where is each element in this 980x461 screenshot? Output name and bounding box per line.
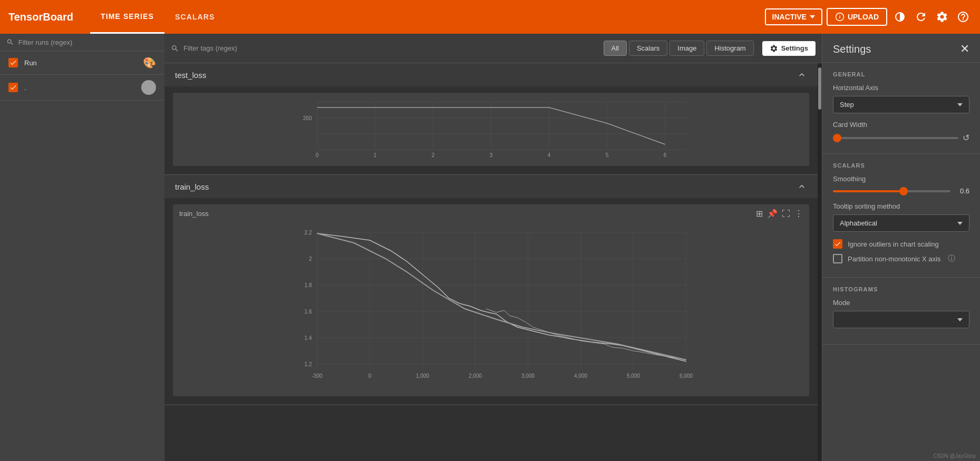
svg-text:1.8: 1.8 bbox=[305, 282, 312, 288]
tooltip-sorting-label: Tooltip sorting method bbox=[833, 202, 969, 210]
filter-histogram-button[interactable]: Histogram bbox=[706, 41, 753, 56]
filter-scalars-button[interactable]: Scalars bbox=[629, 41, 667, 56]
sidebar-search-icon bbox=[6, 38, 14, 46]
chart-fullscreen-icon-button[interactable]: ⛶ bbox=[782, 209, 790, 219]
svg-text:-300: -300 bbox=[312, 373, 322, 379]
svg-text:i: i bbox=[839, 14, 841, 19]
horizontal-axis-select[interactable]: Step Relative Wall bbox=[833, 96, 969, 113]
nav-scalars[interactable]: SCALARS bbox=[164, 0, 226, 34]
content-search-container bbox=[171, 44, 599, 53]
filter-image-button[interactable]: Image bbox=[669, 41, 704, 56]
filter-all-button[interactable]: All bbox=[604, 41, 627, 56]
card-width-label: Card Width bbox=[833, 121, 969, 129]
settings-button[interactable]: Settings bbox=[762, 41, 816, 56]
brightness-icon bbox=[894, 11, 906, 23]
dot-checkbox[interactable] bbox=[8, 83, 18, 92]
help-icon-button[interactable] bbox=[955, 8, 972, 25]
svg-text:5,000: 5,000 bbox=[627, 373, 640, 379]
svg-text:260: 260 bbox=[303, 115, 312, 121]
settings-icon bbox=[770, 44, 778, 53]
palette-icon[interactable]: 🎨 bbox=[143, 56, 156, 69]
svg-text:4: 4 bbox=[548, 152, 551, 158]
sidebar: Run 🎨 . bbox=[0, 34, 164, 461]
settings-header: Settings ✕ bbox=[822, 34, 980, 63]
train-loss-body: train_loss ⊞ 📌 ⛶ ⋮ bbox=[164, 198, 818, 405]
train-loss-svg: 2.2 2 1.8 1.6 1.4 1.2 -300 0 1,000 2,00 bbox=[177, 222, 805, 390]
chart-more-icon-button[interactable]: ⋮ bbox=[794, 209, 803, 219]
run-checkbox[interactable] bbox=[8, 58, 18, 67]
watermark-text: CSDN @JayGboy bbox=[933, 453, 976, 459]
content-area: All Scalars Image Histogram Settings tes… bbox=[164, 34, 822, 461]
partition-x-help-icon: ⓘ bbox=[948, 254, 955, 263]
horizontal-axis-label: Horizontal Axis bbox=[833, 84, 969, 92]
ignore-outliers-row: Ignore outliers in chart scaling bbox=[833, 239, 969, 249]
smoothing-slider-track[interactable] bbox=[833, 190, 950, 192]
ignore-outliers-checkbox[interactable] bbox=[833, 239, 842, 249]
train-loss-chart-title: train_loss bbox=[179, 210, 209, 218]
svg-text:0: 0 bbox=[368, 373, 372, 379]
dot-label: . bbox=[24, 84, 135, 92]
settings-close-button[interactable]: ✕ bbox=[960, 42, 969, 56]
svg-text:6,000: 6,000 bbox=[680, 373, 693, 379]
refresh-icon-button[interactable] bbox=[913, 8, 929, 25]
dot-row: . bbox=[0, 75, 164, 101]
app-logo: TensorBoard bbox=[8, 11, 73, 23]
gear-icon bbox=[936, 11, 948, 23]
chart-toolbar: train_loss ⊞ 📌 ⛶ ⋮ bbox=[177, 209, 805, 219]
train-loss-collapse-icon bbox=[797, 181, 807, 192]
theme-icon-button[interactable] bbox=[891, 8, 908, 25]
sidebar-search-container bbox=[0, 34, 164, 51]
svg-text:2: 2 bbox=[432, 152, 435, 158]
test-loss-chart: 260 0 1 2 3 4 5 6 bbox=[173, 93, 809, 166]
settings-general-section: GENERAL Horizontal Axis Step Relative Wa… bbox=[822, 63, 980, 154]
svg-text:1: 1 bbox=[374, 152, 377, 158]
smoothing-label: Smoothing bbox=[833, 175, 969, 183]
smoothing-value: 0.6 bbox=[955, 187, 969, 195]
charts-scroll[interactable]: test_loss bbox=[164, 63, 818, 461]
card-width-slider-track[interactable] bbox=[833, 137, 958, 139]
svg-text:4,000: 4,000 bbox=[574, 373, 587, 379]
card-width-reset-button[interactable]: ↺ bbox=[963, 133, 969, 143]
main-nav: TIME SERIES SCALARS bbox=[90, 0, 226, 34]
sidebar-search-input[interactable] bbox=[18, 38, 158, 46]
train-loss-header[interactable]: train_loss bbox=[164, 175, 818, 198]
svg-text:2.2: 2.2 bbox=[305, 230, 312, 236]
settings-histograms-section: HISTOGRAMS Mode bbox=[822, 278, 980, 345]
svg-text:1.2: 1.2 bbox=[305, 361, 312, 367]
settings-gear-icon-button[interactable] bbox=[934, 8, 950, 25]
test-loss-svg: 260 0 1 2 3 4 5 6 bbox=[177, 97, 805, 160]
settings-panel: Settings ✕ GENERAL Horizontal Axis Step … bbox=[822, 34, 980, 461]
tooltip-sorting-select[interactable]: Alphabetical Descending Ascending Defaul… bbox=[833, 214, 969, 232]
chart-pin-icon-button[interactable]: 📌 bbox=[767, 209, 778, 219]
train-loss-section: train_loss train_loss ⊞ 📌 ⛶ ⋮ bbox=[164, 175, 818, 405]
content-search-input[interactable] bbox=[183, 44, 342, 52]
partition-x-checkbox[interactable] bbox=[833, 254, 842, 263]
partition-x-row: Partition non-monotonic X axis ⓘ bbox=[833, 254, 969, 263]
ignore-outliers-label: Ignore outliers in chart scaling bbox=[848, 240, 939, 248]
status-dropdown[interactable]: INACTIVE bbox=[765, 8, 822, 25]
scalars-section-title: SCALARS bbox=[833, 162, 969, 169]
upload-button[interactable]: i UPLOAD bbox=[827, 8, 887, 26]
test-loss-body: 260 0 1 2 3 4 5 6 bbox=[164, 86, 818, 174]
svg-text:6: 6 bbox=[664, 152, 667, 158]
run-row: Run 🎨 bbox=[0, 51, 164, 75]
test-loss-title: test_loss bbox=[175, 71, 206, 80]
scroll-indicator[interactable] bbox=[818, 63, 822, 461]
chart-expand-icon-button[interactable]: ⊞ bbox=[756, 209, 763, 219]
smoothing-slider-row: 0.6 bbox=[833, 187, 969, 195]
partition-x-label: Partition non-monotonic X axis bbox=[848, 255, 940, 263]
histograms-mode-select[interactable] bbox=[833, 311, 969, 328]
svg-text:1,000: 1,000 bbox=[416, 373, 429, 379]
histograms-section-title: HISTOGRAMS bbox=[833, 286, 969, 292]
test-loss-section: test_loss bbox=[164, 63, 818, 175]
nav-time-series[interactable]: TIME SERIES bbox=[90, 0, 164, 34]
run-label: Run bbox=[24, 59, 137, 67]
upload-icon: i bbox=[835, 12, 845, 22]
svg-text:0: 0 bbox=[316, 152, 319, 158]
histograms-mode-label: Mode bbox=[833, 299, 969, 307]
test-loss-header[interactable]: test_loss bbox=[164, 63, 818, 86]
svg-text:1.4: 1.4 bbox=[305, 335, 312, 341]
content-search-icon bbox=[171, 44, 179, 53]
topbar-right: INACTIVE i UPLOAD bbox=[765, 8, 972, 26]
svg-text:2: 2 bbox=[309, 256, 312, 262]
